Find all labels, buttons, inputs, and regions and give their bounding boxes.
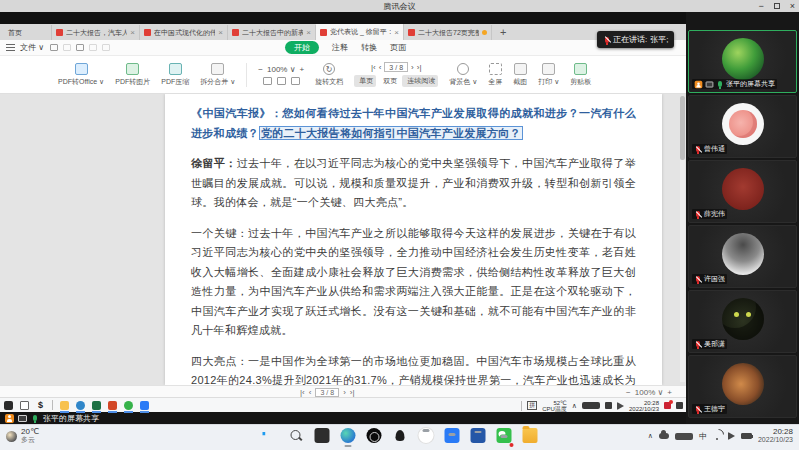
remote-meeting-app-icon[interactable] bbox=[140, 401, 149, 410]
clipboard-button[interactable]: 剪贴板 bbox=[570, 63, 591, 87]
start-button[interactable] bbox=[262, 432, 269, 439]
music-app-icon[interactable] bbox=[418, 428, 433, 443]
zoom-level-select[interactable]: 100% ∨ bbox=[267, 65, 296, 74]
cloud-tray-icon[interactable] bbox=[659, 433, 669, 439]
file-menu[interactable]: 文件 ∨ bbox=[20, 42, 44, 53]
document-scrollbar[interactable] bbox=[680, 96, 685, 382]
participant-tile-zhangping[interactable]: 张平的屏幕共享 bbox=[688, 30, 797, 93]
weather-widget[interactable]: 20℃ 多云 bbox=[6, 428, 39, 444]
fit-width-icon[interactable] bbox=[277, 77, 286, 85]
page-number-input[interactable]: 3/8 bbox=[384, 62, 408, 72]
participant-tile-4[interactable]: 许国强 bbox=[688, 225, 797, 288]
print-button[interactable]: 打印 ∨ bbox=[538, 63, 559, 87]
hamburger-menu-icon[interactable] bbox=[6, 44, 15, 51]
remote-clock[interactable]: 20:28 2022/10/23 bbox=[629, 400, 659, 412]
pdf-to-image-button[interactable]: PDF转图片 bbox=[115, 63, 150, 87]
ribbon-tab-page[interactable]: 页面 bbox=[390, 42, 406, 53]
remote-ime-indicator[interactable]: 拼 bbox=[527, 401, 537, 410]
pdf-to-office-button[interactable]: PDF转Office ∨ bbox=[58, 63, 104, 87]
ime-indicator[interactable]: 中 bbox=[699, 431, 707, 442]
fit-page-icon[interactable] bbox=[263, 77, 272, 85]
background-color-button[interactable]: 背景色 ∨ bbox=[449, 63, 477, 87]
mic-tray-icon[interactable] bbox=[675, 433, 693, 440]
ribbon-tab-convert[interactable]: 转换 bbox=[361, 42, 377, 53]
print-icon[interactable] bbox=[76, 44, 84, 51]
remote-edge-icon[interactable] bbox=[76, 401, 85, 410]
minimize-button[interactable]: − bbox=[758, 1, 763, 11]
tab-full-report-72[interactable]: 二十大报告72页完整版全… bbox=[404, 25, 492, 40]
remote-keyboard-icon[interactable] bbox=[605, 402, 612, 409]
participant-tile-3[interactable]: 薛宪伟 bbox=[688, 160, 797, 223]
tab-close-icon[interactable]: × bbox=[394, 28, 399, 37]
dell-app-icon[interactable] bbox=[366, 428, 381, 443]
screenshot-button[interactable]: 截图 bbox=[513, 63, 527, 87]
tab-close-icon[interactable]: × bbox=[218, 28, 223, 37]
speaker-icon[interactable] bbox=[728, 432, 735, 440]
crop-icon[interactable] bbox=[291, 77, 300, 85]
participant-tile-6[interactable]: 王德宇 bbox=[688, 355, 797, 418]
rotate-document-button[interactable]: ↻ 旋转文档 bbox=[315, 63, 343, 87]
close-button[interactable]: × bbox=[790, 1, 795, 11]
selected-text[interactable]: 党的二十大报告将如何指引中国汽车产业发展方向？ bbox=[259, 126, 523, 140]
tab-close-icon[interactable]: × bbox=[306, 28, 311, 37]
battery-icon[interactable] bbox=[741, 433, 752, 439]
scrollbar-thumb[interactable] bbox=[680, 96, 685, 160]
file-explorer-icon[interactable] bbox=[522, 428, 537, 443]
tab-modernization[interactable]: 在中国式现代化的伟大进… × bbox=[140, 25, 228, 40]
remote-stock-app-icon[interactable]: $ bbox=[36, 401, 45, 410]
redo-icon[interactable] bbox=[102, 44, 110, 51]
last-page-button[interactable]: ›| bbox=[417, 63, 422, 72]
alienware-app-icon[interactable] bbox=[392, 428, 407, 443]
footer-next-page-button[interactable]: › bbox=[343, 388, 346, 397]
remote-powerpoint-icon[interactable] bbox=[108, 401, 117, 410]
tab-home[interactable]: 首页 bbox=[0, 25, 52, 40]
widgets-app-icon[interactable] bbox=[314, 428, 329, 443]
remote-hidden-icons-chevron[interactable]: ∧ bbox=[572, 402, 577, 410]
remote-wechat-icon[interactable] bbox=[124, 401, 133, 410]
tab-close-icon[interactable]: × bbox=[130, 28, 135, 37]
fullscreen-button[interactable]: 全屏 bbox=[488, 63, 502, 87]
footer-prev-page-button[interactable]: ‹ bbox=[309, 388, 312, 397]
remote-chat-app-icon[interactable] bbox=[676, 402, 683, 409]
wifi-icon[interactable] bbox=[713, 433, 722, 440]
footer-zoom-in-button[interactable]: + bbox=[667, 388, 672, 397]
tab-new-expressions[interactable]: 二十大报告中的新表述新… × bbox=[228, 25, 316, 40]
document-viewport[interactable]: 《中国汽车报》：您如何看待过去十年中国汽车产业发展取得的成就和进步？一汽有什么进… bbox=[0, 94, 686, 385]
view-double-page-button[interactable]: 双页 bbox=[378, 75, 400, 87]
participant-tile-5[interactable]: 吴邵潇 bbox=[688, 290, 797, 353]
participant-tile-2[interactable]: 曾伟通 bbox=[688, 95, 797, 158]
save-icon[interactable] bbox=[63, 44, 71, 51]
remote-task-view-icon[interactable] bbox=[20, 401, 29, 410]
clock[interactable]: 20:28 2022/10/23 bbox=[758, 428, 793, 444]
cpu-temp-widget[interactable]: 52℃ CPU温度 bbox=[542, 400, 567, 412]
remote-speaker-icon[interactable] bbox=[617, 402, 624, 410]
edge-icon[interactable] bbox=[340, 428, 355, 443]
pdf-compress-button[interactable]: PDF压缩 bbox=[161, 63, 189, 87]
ribbon-tab-annotate[interactable]: 注释 bbox=[332, 42, 348, 53]
remote-notification-app-icon[interactable] bbox=[664, 402, 671, 409]
restore-button[interactable] bbox=[774, 3, 780, 9]
wechat-icon[interactable] bbox=[496, 428, 511, 443]
open-folder-icon[interactable] bbox=[50, 44, 58, 51]
undo-icon[interactable] bbox=[89, 44, 97, 51]
tab-active-xu-liuping[interactable]: 党代表说 _ 徐留平：为建… × bbox=[316, 24, 404, 40]
footer-zoom-out-button[interactable]: − bbox=[626, 388, 631, 397]
view-single-page-button[interactable]: 单页 bbox=[354, 75, 376, 87]
word-app-icon[interactable] bbox=[470, 428, 485, 443]
remote-excel-icon[interactable] bbox=[92, 401, 101, 410]
new-tab-button[interactable]: + bbox=[500, 26, 506, 40]
zoom-in-button[interactable]: + bbox=[300, 65, 305, 74]
zoom-out-button[interactable]: − bbox=[258, 65, 263, 74]
ribbon-tab-start[interactable]: 开始 bbox=[285, 41, 319, 54]
footer-first-page-button[interactable]: |‹ bbox=[300, 388, 305, 397]
next-page-button[interactable]: › bbox=[411, 63, 414, 72]
hidden-icons-chevron[interactable]: ∧ bbox=[648, 432, 653, 440]
tab-report-must-read[interactable]: 二十大报告，汽车人必读… × bbox=[52, 25, 140, 40]
footer-last-page-button[interactable]: ›| bbox=[350, 388, 355, 397]
remote-file-explorer-icon[interactable] bbox=[60, 401, 69, 410]
remote-mic-icon[interactable] bbox=[582, 402, 600, 409]
search-icon[interactable] bbox=[288, 428, 303, 443]
split-merge-button[interactable]: 拆分合并 ∨ bbox=[200, 63, 235, 87]
tencent-meeting-icon[interactable] bbox=[444, 428, 459, 443]
footer-page-input[interactable]: 3/8 bbox=[315, 388, 339, 397]
